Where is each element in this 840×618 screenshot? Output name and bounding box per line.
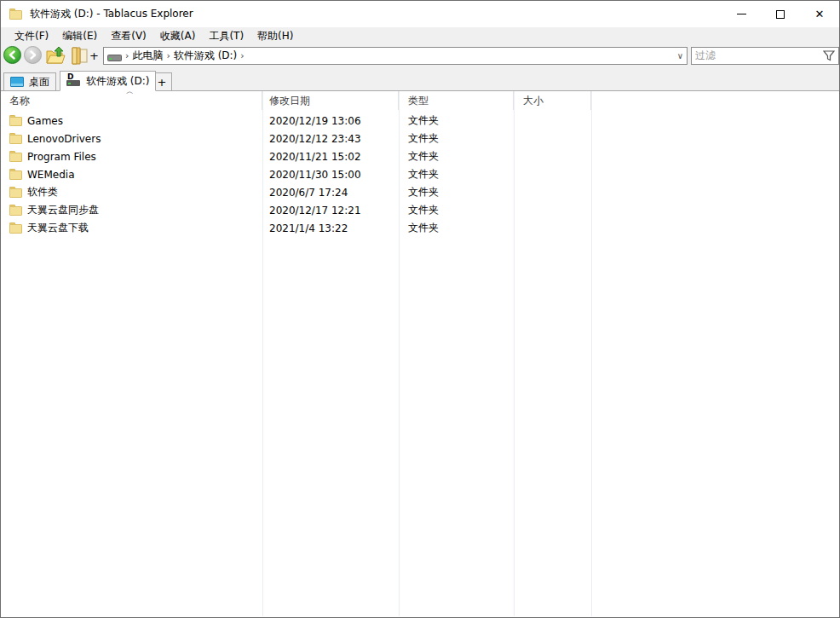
breadcrumb-separator: › (125, 50, 129, 61)
menu-file[interactable]: 文件(F) (8, 26, 55, 46)
file-type: 文件夹 (408, 185, 439, 199)
up-folder-icon (45, 46, 66, 66)
file-modified: 2020/12/19 13:06 (269, 115, 361, 127)
minimize-button[interactable] (722, 1, 761, 27)
folder-icon (9, 115, 23, 126)
back-arrow-icon (8, 50, 17, 60)
forward-button[interactable] (24, 46, 42, 64)
menu-help[interactable]: 帮助(H) (250, 26, 300, 46)
drive-d-icon: D (66, 76, 81, 86)
minimize-icon (737, 14, 746, 14)
column-header-size[interactable]: 大小 (514, 91, 591, 110)
drive-icon (107, 51, 122, 61)
new-tab-folder-icon (69, 46, 89, 66)
menu-tools[interactable]: 工具(T) (202, 26, 250, 46)
maximize-button[interactable] (761, 1, 800, 27)
menu-favorites[interactable]: 收藏(A) (153, 26, 203, 46)
file-type: 文件夹 (408, 167, 439, 182)
tab-active-label: 软件游戏 (D:) (86, 74, 149, 89)
open-in-new-tab-button[interactable] (69, 46, 88, 65)
folder-icon (9, 133, 23, 144)
maximize-icon (776, 10, 785, 19)
file-modified: 2020/11/30 15:00 (269, 169, 361, 181)
file-name: WEMedia (27, 169, 75, 181)
file-type: 文件夹 (408, 149, 439, 164)
file-modified: 2020/6/7 17:24 (269, 187, 348, 199)
menu-bar: 文件(F) 编辑(E) 查看(V) 收藏(A) 工具(T) 帮助(H) (1, 27, 839, 45)
folder-icon (9, 187, 23, 198)
breadcrumb-this-pc[interactable]: 此电脑 (132, 49, 163, 63)
tab-desktop-label: 桌面 (29, 75, 49, 90)
tab-drive-d-active[interactable]: D 软件游戏 (D:) (60, 71, 156, 91)
up-button[interactable] (45, 46, 64, 65)
folder-icon (9, 205, 23, 216)
address-dropdown-chevron-icon[interactable]: ∨ (677, 51, 683, 61)
folder-icon (9, 151, 23, 162)
file-name: 软件类 (27, 185, 58, 199)
file-type: 文件夹 (408, 203, 439, 217)
file-type: 文件夹 (408, 221, 439, 235)
file-row[interactable]: Games 2020/12/19 13:06 文件夹 (1, 112, 839, 130)
file-name: LenovoDrivers (27, 133, 101, 145)
window-title: 软件游戏 (D:) - Tablacus Explorer (30, 7, 193, 21)
tab-desktop[interactable]: 桌面 (3, 72, 56, 91)
file-modified: 2021/1/4 13:22 (269, 222, 348, 234)
address-bar[interactable]: › 此电脑 › 软件游戏 (D:) › ∨ (103, 47, 688, 65)
add-toolbar-button[interactable]: + (89, 49, 99, 62)
back-button[interactable] (3, 46, 21, 64)
file-name: 天翼云盘同步盘 (27, 203, 99, 217)
filter-box[interactable]: 过滤 (691, 47, 839, 65)
close-icon: ✕ (815, 9, 825, 20)
file-row[interactable]: 天翼云盘下载 2021/1/4 13:22 文件夹 (1, 219, 839, 237)
file-name: 天翼云盘下载 (27, 221, 89, 235)
app-folder-icon (9, 9, 23, 20)
file-modified: 2020/11/21 15:02 (269, 151, 361, 163)
close-button[interactable]: ✕ (800, 1, 839, 27)
filter-placeholder: 过滤 (695, 49, 823, 63)
file-row[interactable]: LenovoDrivers 2020/12/12 23:43 文件夹 (1, 130, 839, 147)
breadcrumb-separator: › (240, 50, 244, 61)
tablacus-explorer-window: 软件游戏 (D:) - Tablacus Explorer ✕ 文件(F) 编辑… (0, 0, 840, 618)
file-type: 文件夹 (408, 131, 439, 146)
sort-ascending-caret-icon: ︿ (126, 86, 134, 97)
forward-arrow-icon (28, 50, 37, 60)
file-modified: 2020/12/12 23:43 (269, 133, 361, 145)
file-list: Games 2020/12/19 13:06 文件夹 LenovoDrivers… (1, 112, 839, 237)
menu-view[interactable]: 查看(V) (104, 26, 153, 46)
column-header-modified[interactable]: 修改日期 (262, 91, 399, 110)
file-modified: 2020/12/17 12:21 (269, 205, 361, 217)
file-name: Games (27, 115, 63, 127)
folder-icon (9, 222, 23, 234)
file-name: Program Files (27, 151, 96, 163)
title-bar: 软件游戏 (D:) - Tablacus Explorer ✕ (1, 1, 839, 27)
breadcrumb-drive-d[interactable]: 软件游戏 (D:) (174, 49, 237, 63)
desktop-icon (10, 77, 24, 87)
column-header-type[interactable]: 类型 (399, 91, 514, 110)
breadcrumb-separator: › (166, 50, 170, 61)
file-row[interactable]: 软件类 2020/6/7 17:24 文件夹 (1, 183, 839, 201)
file-type: 文件夹 (408, 113, 439, 128)
funnel-icon (823, 50, 835, 61)
file-row[interactable]: 天翼云盘同步盘 2020/12/17 12:21 文件夹 (1, 201, 839, 219)
file-row[interactable]: Program Files 2020/11/21 15:02 文件夹 (1, 147, 839, 165)
menu-edit[interactable]: 编辑(E) (55, 26, 104, 46)
folder-icon (9, 169, 23, 180)
file-row[interactable]: WEMedia 2020/11/30 15:00 文件夹 (1, 165, 839, 183)
